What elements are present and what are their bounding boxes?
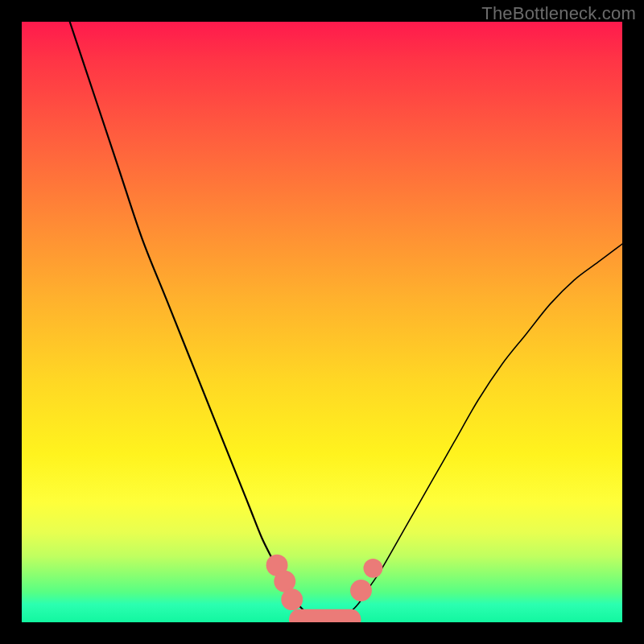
watermark-text: TheBottleneck.com	[481, 3, 636, 24]
plot-svg	[22, 22, 622, 622]
curve-right-branch	[346, 244, 622, 617]
chart-frame: TheBottleneck.com	[0, 0, 644, 644]
marker-dot	[363, 559, 382, 578]
marker-capsule	[289, 609, 361, 622]
marker-dot	[281, 588, 303, 610]
marker-dot	[350, 580, 372, 601]
data-markers	[266, 555, 383, 622]
plot-area	[22, 22, 622, 622]
curve-left-branch	[70, 22, 310, 617]
